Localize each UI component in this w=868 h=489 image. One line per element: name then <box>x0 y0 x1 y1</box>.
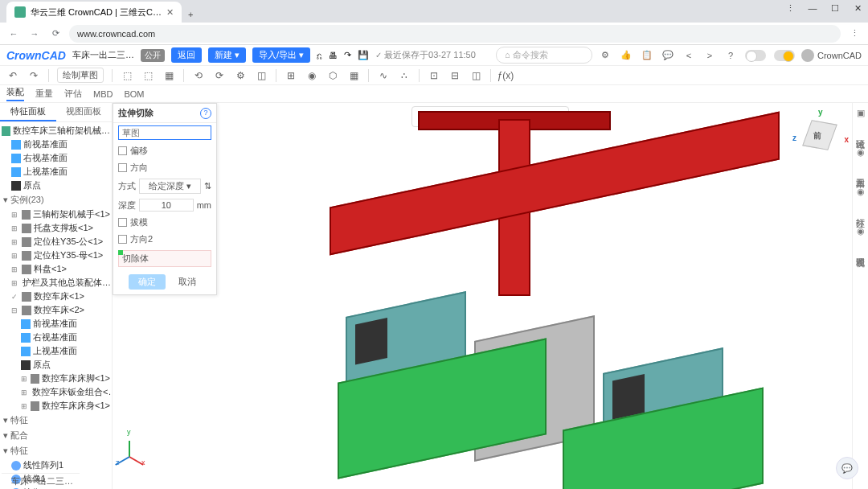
tb-icon[interactable]: ⚙ <box>234 69 247 82</box>
tb-icon[interactable]: ⟲ <box>192 69 205 82</box>
rt-icon[interactable]: < <box>682 51 695 60</box>
toggle-1[interactable] <box>745 50 766 61</box>
rp-icon[interactable]: ◉ <box>857 187 865 197</box>
toggle-2[interactable] <box>774 50 795 61</box>
tab-bom[interactable]: BOM <box>124 89 144 99</box>
back-icon[interactable]: ← <box>6 29 21 39</box>
max-icon[interactable]: ☐ <box>829 3 841 14</box>
help-icon[interactable]: ? <box>200 108 211 119</box>
tree-plane[interactable]: 上视基准面 <box>0 165 112 179</box>
bottom-doc-tab[interactable]: 车床一出二三… <box>2 473 80 489</box>
tree-sub[interactable]: ⊞数控车床钣金组合<… <box>0 385 112 399</box>
tree-instance[interactable]: ⊞三轴桁架机械手<1> <box>0 208 112 221</box>
rt-icon[interactable]: 💬 <box>661 50 674 60</box>
tb-icon[interactable]: ▦ <box>347 69 360 82</box>
tb-icon[interactable]: ⬡ <box>326 69 339 82</box>
tree-instance[interactable]: ⊞定位柱Y35-母<1> <box>0 249 112 262</box>
undo-icon[interactable]: ↶ <box>6 69 19 82</box>
reload-icon[interactable]: ⟳ <box>48 28 63 39</box>
command-search[interactable]: ⌂ 命令搜索 <box>496 47 592 64</box>
rt-icon[interactable]: ? <box>724 51 737 60</box>
tree-root[interactable]: 数控车床三轴桁架机械… <box>0 124 112 138</box>
cut-body-box[interactable]: 切除体 <box>118 250 211 267</box>
tree-plane[interactable]: 上视基准面 <box>0 344 112 358</box>
offset-checkbox[interactable] <box>118 146 127 155</box>
sidebar-tab-features[interactable]: 特征面板 <box>0 103 56 121</box>
tb-icon[interactable]: ▦ <box>162 69 175 82</box>
tb-icon[interactable]: ∿ <box>377 69 390 82</box>
tb-icon[interactable]: ⊟ <box>448 69 461 82</box>
tb-icon[interactable]: ƒ(x) <box>499 69 512 82</box>
tab-eval[interactable]: 评估 <box>64 88 82 100</box>
tree-instance[interactable]: ✓数控车床<1> <box>0 290 112 303</box>
sect-feature[interactable]: ▾特征 <box>0 413 112 428</box>
settings-icon[interactable]: ⋮ <box>784 3 796 14</box>
toolbar-icon[interactable]: ⎌ <box>317 51 322 60</box>
tree-sub[interactable]: ⊞数控车床床脚<1> <box>0 372 112 385</box>
tb-icon[interactable]: ⊡ <box>428 69 440 82</box>
tb-icon[interactable]: ⬚ <box>141 69 154 82</box>
visibility-badge[interactable]: 公开 <box>141 49 165 62</box>
tree-plane[interactable]: 右视基准面 <box>0 331 112 344</box>
tb-icon[interactable]: ◉ <box>305 69 318 82</box>
dir2-checkbox[interactable] <box>118 235 127 244</box>
tree-instance[interactable]: ⊞托盘支撑板<1> <box>0 221 112 235</box>
rp-icon[interactable]: ◉ <box>857 226 865 236</box>
tree-plane[interactable]: 前视基准面 <box>0 317 112 331</box>
more-icon[interactable]: ⋮ <box>847 28 862 39</box>
sect-mate[interactable]: ▾配合 <box>0 428 112 443</box>
tree-sub[interactable]: ⊞数控车床床身<1> <box>0 399 112 413</box>
tb-icon[interactable]: ◫ <box>469 69 482 82</box>
import-export-button[interactable]: 导入/导出 ▾ <box>252 47 310 63</box>
tb-icon[interactable]: ◫ <box>255 69 268 82</box>
tab-mbd[interactable]: MBD <box>93 89 113 99</box>
depth-input[interactable]: 10 <box>139 199 194 212</box>
tab-assembly[interactable]: 装配 <box>6 86 24 101</box>
rt-icon[interactable]: 📋 <box>641 50 653 60</box>
tab-mass[interactable]: 重量 <box>35 88 53 100</box>
doc-name[interactable]: 车床一出二三… <box>72 49 134 61</box>
instances-header[interactable]: ▾实例(23) <box>0 192 112 208</box>
browser-tab[interactable]: 华云三维 CrownCAD | 三维云C… ✕ <box>6 2 182 23</box>
tab-close-icon[interactable]: ✕ <box>166 7 174 18</box>
sect-feat2[interactable]: ▾特征 <box>0 443 112 458</box>
flip-icon[interactable]: ⇅ <box>204 181 211 191</box>
redo-icon[interactable]: ↷ <box>27 69 40 82</box>
fwd-icon[interactable]: → <box>27 29 42 39</box>
tree-plane[interactable]: 右视基准面 <box>0 151 112 165</box>
sketch-button[interactable]: 绘制草图 <box>57 68 104 83</box>
draft-checkbox[interactable] <box>118 218 127 227</box>
rp-icon[interactable]: ◉ <box>857 147 865 158</box>
user-menu[interactable]: CrownCAD <box>801 49 862 62</box>
app-logo[interactable]: CrownCAD <box>6 49 66 62</box>
tree-origin[interactable]: 原点 <box>0 358 112 372</box>
tree-instance[interactable]: ⊟数控车床<2> <box>0 303 112 317</box>
tree-origin[interactable]: 原点 <box>0 179 112 192</box>
sidebar-tab-views[interactable]: 视图面板 <box>56 103 113 121</box>
rp-icon[interactable]: ▣ <box>857 108 865 118</box>
rt-icon[interactable]: > <box>703 51 716 60</box>
tb-icon[interactable]: ⟳ <box>213 69 226 82</box>
tree-instance[interactable]: ⊞料盘<1> <box>0 262 112 276</box>
cancel-button[interactable]: 取消 <box>174 274 201 290</box>
ok-button[interactable]: 确定 <box>129 274 166 290</box>
min-icon[interactable]: — <box>807 3 818 14</box>
print-icon[interactable]: 🖶 <box>329 51 338 60</box>
new-button[interactable]: 新建 ▾ <box>208 47 246 63</box>
3d-viewport[interactable]: 拉伸切除 ? 偏移 方向 方式给定深度 ▾⇅ 深度10mm 拔模 方向2 切除体… <box>113 103 868 489</box>
method-select[interactable]: 给定深度 ▾ <box>139 179 201 194</box>
sketch-input[interactable] <box>118 125 211 140</box>
tree-instance[interactable]: ⊞定位柱Y35-公<1> <box>0 235 112 249</box>
tree-plane[interactable]: 前视基准面 <box>0 138 112 151</box>
dir-checkbox[interactable] <box>118 163 127 172</box>
home-button[interactable]: 返回 <box>171 47 202 63</box>
tree-instance[interactable]: ⊞护栏及其他总装配体… <box>0 276 112 290</box>
close-icon[interactable]: ✕ <box>852 3 863 14</box>
url-bar[interactable]: www.crowncad.com <box>69 25 841 43</box>
rt-icon[interactable]: 👍 <box>620 50 633 60</box>
redo-icon[interactable]: ↷ <box>344 50 351 60</box>
tb-icon[interactable]: ⬚ <box>121 69 133 82</box>
rt-icon[interactable]: ⚙ <box>599 50 612 60</box>
tree-feature[interactable]: 线性阵列1 <box>0 458 112 472</box>
save-icon[interactable]: 💾 <box>358 50 369 60</box>
